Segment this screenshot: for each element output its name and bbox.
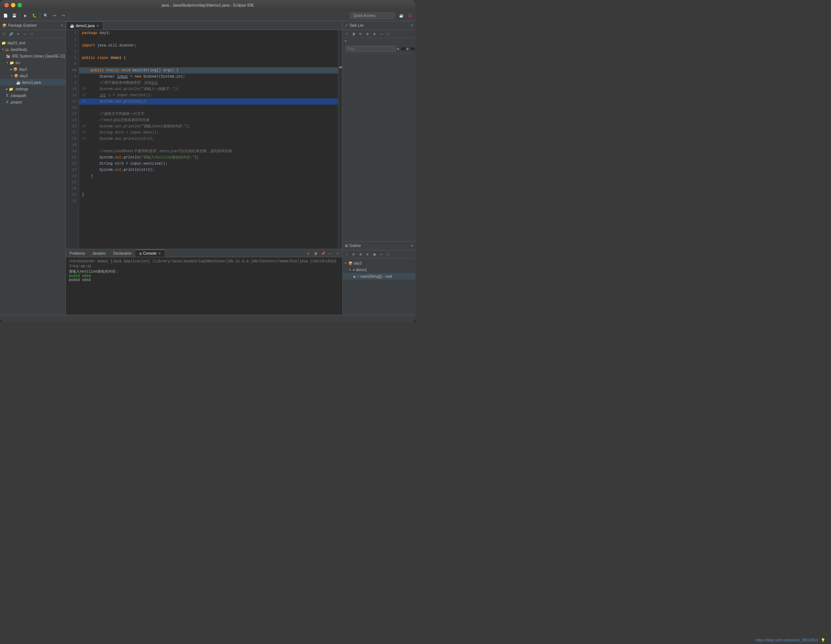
line-num-23: 23 [66, 167, 79, 173]
search-button[interactable]: 🔍 [42, 12, 50, 20]
chevron-down-icon: ▼ [10, 74, 13, 78]
view-menu-button[interactable]: ▾ [14, 31, 21, 37]
code-line-12: // System.out.println(i); [79, 99, 338, 105]
find-chevron-2: ▶ [407, 47, 409, 51]
outline-item-main[interactable]: ◆ S main(String[]) : void [343, 273, 416, 279]
tree-item-javastudy[interactable]: ▼ 🗂 JavaStudy [0, 46, 65, 53]
maximize-tasklist-button[interactable]: □ [385, 31, 392, 37]
perspective-java[interactable]: ☕ [397, 12, 405, 20]
package-icon: 📦 [14, 74, 18, 78]
line-num-7: 7⊖ [66, 67, 79, 73]
clear-console-button[interactable]: 🗑 [312, 250, 319, 257]
outline-label: day3 [354, 261, 362, 265]
task-list-toolbar: + 🗑 ↻ ⊗ ⊕ — □ [343, 30, 416, 38]
tree-item-label: .classpath [10, 94, 26, 98]
tab-console[interactable]: ▣ Console ✕ [135, 250, 165, 257]
link-editor-button[interactable]: 🔗 [8, 31, 14, 37]
minimize-tasklist-button[interactable]: — [378, 31, 385, 37]
tree-item-settings[interactable]: ▶ 📁 .settings [0, 86, 65, 92]
maximize-console-button[interactable]: □ [334, 250, 341, 257]
hide-fields-button[interactable]: ⊘ [350, 251, 357, 258]
line-num-24: 24 [66, 173, 79, 179]
code-content[interactable]: package day3; import java.util.Scanner; … [79, 30, 338, 249]
sort-button[interactable]: ⊕ [371, 31, 378, 37]
console-tab-close[interactable]: ✕ [158, 251, 161, 255]
code-line-19 [79, 142, 338, 148]
package-explorer-panel: 📦 Package Explorer ✕ ⬡ 🔗 ▾ — □ 📁 day01_t… [0, 21, 66, 315]
redo-button[interactable]: ↪ [59, 12, 67, 20]
debug-button[interactable]: 🐛 [30, 12, 38, 20]
tree-item-jre[interactable]: 📚 JRE System Library [JavaSE-11] [0, 53, 65, 59]
package-explorer-header: 📦 Package Explorer ✕ [0, 21, 65, 30]
undo-button[interactable]: ↩ [51, 12, 59, 20]
toolbar-separator-3 [69, 13, 69, 19]
tab-javadoc[interactable]: Javadoc [89, 250, 109, 257]
maximize-outline-button[interactable]: □ [385, 251, 392, 258]
outline-label: demo1 [356, 268, 367, 272]
link-outline-button[interactable]: ◉ [371, 251, 378, 258]
line-num-21: 21 [66, 155, 79, 161]
code-line-5: public class demo1 { [79, 55, 338, 61]
package-explorer-close[interactable]: ✕ [60, 24, 63, 27]
tree-item-demo1java[interactable]: ☕ demo1.java [0, 79, 65, 86]
refresh-tasks-button[interactable]: ↻ [357, 31, 364, 37]
tree-item-project[interactable]: 𝐗 .project [0, 99, 65, 105]
tab-problems[interactable]: Problems [66, 250, 89, 257]
minimize-outline-button[interactable]: — [378, 251, 385, 258]
perspective-debug[interactable]: 🐞 [406, 12, 414, 20]
task-list-close[interactable]: ✕ [411, 24, 413, 27]
package-outline-icon: 📦 [348, 261, 353, 265]
task-list-title: Task List [349, 24, 364, 27]
close-button[interactable] [5, 3, 9, 7]
main-area: 📦 Package Explorer ✕ ⬡ 🔗 ▾ — □ 📁 day01_t… [0, 21, 416, 315]
minimize-console-button[interactable]: — [327, 250, 334, 257]
code-line-13 [79, 105, 338, 111]
outline-icon: ⊞ [345, 244, 348, 248]
tree-item-day01test[interactable]: 📁 day01_test [0, 40, 65, 46]
editor-area: ☕ demo1.java ✕ 1 2 3 4 5 6 [66, 21, 342, 315]
settings-folder-icon: 📁 [9, 87, 13, 91]
minimize-panel-button[interactable]: — [22, 31, 28, 37]
editor-right-indicator [338, 30, 342, 249]
find-input[interactable] [345, 46, 396, 52]
code-editor[interactable]: 1 2 3 4 5 6 7⊖ 8 9 10 11 12 13 14 [66, 30, 342, 249]
task-list-icon: ✓ [345, 24, 348, 27]
run-button[interactable]: ▶ [22, 12, 30, 20]
delete-task-button[interactable]: 🗑 [350, 31, 357, 37]
collapse-all-button[interactable]: ⬡ [1, 31, 7, 37]
code-line-11: // int i = input.nextInt(); [79, 92, 338, 99]
code-line-1: package day3; [79, 30, 338, 36]
minimize-button[interactable] [11, 3, 15, 7]
java-file-icon: ☕ [16, 81, 21, 84]
outline-item-day3[interactable]: ▼ 📦 day3 [343, 260, 416, 266]
sort-outline-button[interactable]: ↕ [344, 251, 350, 258]
line-num-6: 6 [66, 61, 79, 67]
tree-item-classpath[interactable]: 𝐗 .classpath [0, 92, 65, 99]
hide-static-button[interactable]: ⊗ [357, 251, 364, 258]
maximize-button[interactable] [18, 3, 22, 7]
pin-console-button[interactable]: 📌 [320, 250, 326, 257]
terminate-button[interactable]: ■ [305, 250, 312, 257]
tree-item-day3[interactable]: ▼ 📦 day3 [0, 72, 65, 79]
code-line-18: // System.out.println(str1); [79, 136, 338, 142]
outline-close[interactable]: ✕ [411, 244, 413, 248]
collapse-outline-button[interactable]: ● [364, 251, 371, 258]
tree-item-day2[interactable]: ▶ 📦 day2 [0, 66, 65, 72]
quick-access-box[interactable]: Quick Access [350, 13, 394, 19]
save-button[interactable]: 💾 [10, 12, 18, 20]
tab-declaration[interactable]: Declaration [110, 250, 136, 257]
outline-item-demo1[interactable]: ▼ ● demo1 [343, 266, 416, 273]
code-line-2 [79, 36, 338, 43]
chevron-right-icon: ▶ [6, 88, 8, 91]
tree-item-src[interactable]: ▼ 📁 src [0, 59, 65, 66]
new-task-button[interactable]: + [344, 31, 350, 37]
tab-close-button[interactable]: ✕ [96, 24, 99, 28]
line-num-4: 4 [66, 49, 79, 55]
editor-tab-demo1[interactable]: ☕ demo1.java ✕ [66, 22, 103, 30]
filter-button[interactable]: ⊗ [364, 31, 371, 37]
find-area: ▶ All ▶ Activ... [344, 44, 414, 53]
maximize-panel-button[interactable]: □ [29, 31, 35, 37]
eclipse-window: java - JavaStudy/src/day3/demo1.java - E… [0, 0, 416, 322]
window-title: java - JavaStudy/src/day3/demo1.java - E… [162, 3, 254, 7]
new-button[interactable]: 📄 [2, 12, 10, 20]
